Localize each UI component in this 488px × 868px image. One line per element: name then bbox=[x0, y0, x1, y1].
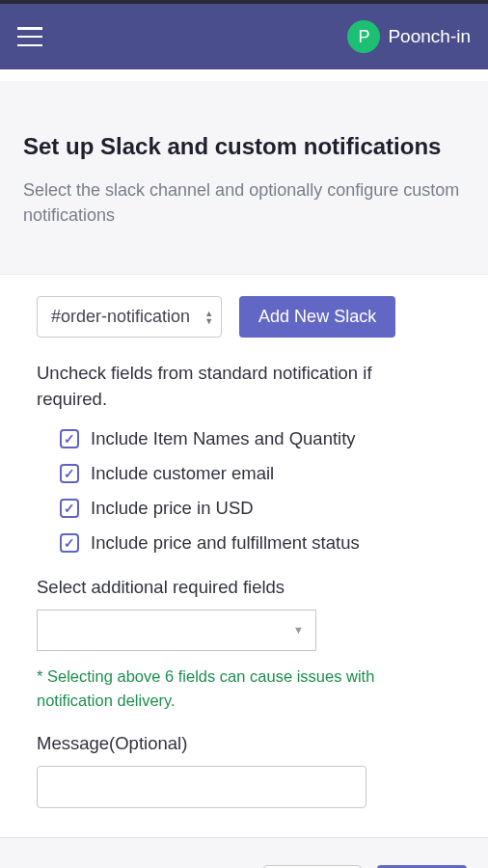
checkbox-include-price-usd[interactable]: ✓ bbox=[60, 499, 79, 518]
page-head: Set up Slack and custom notifications Se… bbox=[0, 81, 488, 275]
checkbox-label: Include Item Names and Quantity bbox=[91, 428, 356, 449]
chevron-down-icon: ▼ bbox=[293, 624, 304, 636]
additional-fields-label: Select additional required fields bbox=[37, 577, 451, 598]
avatar: P bbox=[347, 20, 380, 53]
checkbox-include-item-names[interactable]: ✓ bbox=[60, 429, 79, 448]
checkbox-row: ✓ Include price in USD bbox=[60, 498, 451, 519]
tenant-name: Poonch-in bbox=[388, 26, 471, 47]
additional-fields-select[interactable]: ▼ bbox=[37, 610, 316, 651]
check-icon: ✓ bbox=[64, 535, 75, 551]
checkbox-row: ✓ Include price and fulfillment status bbox=[60, 532, 451, 554]
checkbox-row: ✓ Include customer email bbox=[60, 463, 451, 484]
footer-actions: Cancel Save bbox=[0, 837, 488, 868]
check-icon: ✓ bbox=[64, 501, 75, 516]
checkbox-row: ✓ Include Item Names and Quantity bbox=[60, 428, 451, 449]
checkbox-label: Include price and fulfillment status bbox=[91, 532, 360, 554]
menu-icon[interactable] bbox=[17, 27, 42, 46]
add-new-slack-button[interactable]: Add New Slack bbox=[239, 296, 395, 338]
slack-channel-select[interactable]: #order-notification ▲▼ bbox=[37, 296, 222, 338]
check-icon: ✓ bbox=[64, 466, 75, 481]
uncheck-instruction: Uncheck fields from standard notificatio… bbox=[37, 361, 403, 413]
slack-channel-row: #order-notification ▲▼ Add New Slack bbox=[37, 296, 451, 338]
checkbox-include-fulfillment-status[interactable]: ✓ bbox=[60, 533, 79, 553]
checkbox-list: ✓ Include Item Names and Quantity ✓ Incl… bbox=[60, 428, 451, 554]
checkbox-include-customer-email[interactable]: ✓ bbox=[60, 464, 79, 483]
message-input[interactable] bbox=[37, 766, 366, 808]
header-divider bbox=[0, 69, 488, 81]
app-header: P Poonch-in bbox=[0, 4, 488, 69]
field-limit-warning: * Selecting above 6 fields can cause iss… bbox=[37, 665, 451, 713]
message-label: Message(Optional) bbox=[37, 733, 451, 754]
content-panel: #order-notification ▲▼ Add New Slack Unc… bbox=[0, 275, 488, 837]
stepper-icon: ▲▼ bbox=[204, 310, 213, 325]
check-icon: ✓ bbox=[64, 431, 75, 447]
checkbox-label: Include customer email bbox=[91, 463, 274, 484]
page-subtitle: Select the slack channel and optionally … bbox=[23, 177, 465, 228]
slack-channel-value: #order-notification bbox=[51, 307, 190, 326]
avatar-initial: P bbox=[358, 27, 369, 47]
header-account[interactable]: P Poonch-in bbox=[347, 20, 471, 53]
page-title: Set up Slack and custom notifications bbox=[23, 133, 465, 160]
checkbox-label: Include price in USD bbox=[91, 498, 254, 519]
